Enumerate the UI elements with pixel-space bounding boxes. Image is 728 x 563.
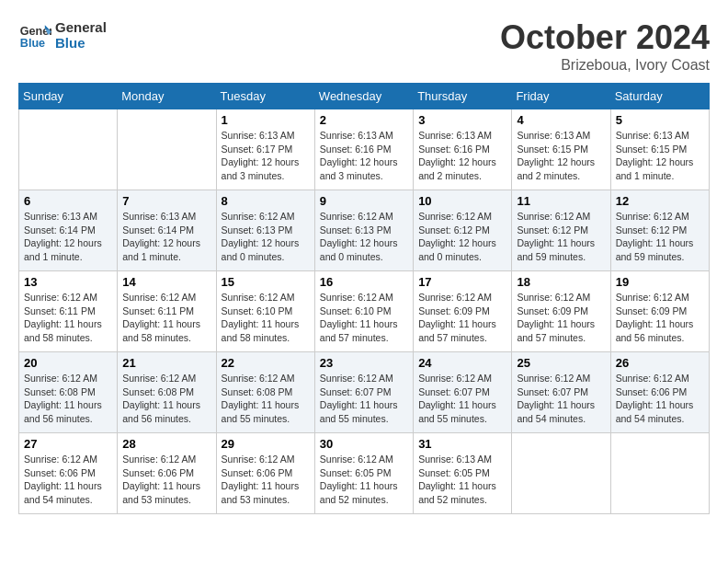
day-cell: 7Sunrise: 6:13 AM Sunset: 6:14 PM Daylig… — [118, 190, 216, 271]
day-info: Sunrise: 6:12 AM Sunset: 6:12 PM Dayligh… — [517, 210, 605, 264]
day-number: 10 — [418, 194, 506, 208]
day-cell: 24Sunrise: 6:12 AM Sunset: 6:07 PM Dayli… — [414, 352, 512, 433]
day-number: 3 — [418, 113, 506, 127]
day-number: 13 — [24, 275, 112, 289]
day-info: Sunrise: 6:12 AM Sunset: 6:08 PM Dayligh… — [222, 372, 310, 426]
col-header-sunday: Sunday — [19, 84, 118, 109]
day-info: Sunrise: 6:13 AM Sunset: 6:17 PM Dayligh… — [222, 129, 310, 183]
logo-general: General — [55, 19, 107, 35]
day-cell: 13Sunrise: 6:12 AM Sunset: 6:11 PM Dayli… — [19, 271, 118, 352]
day-number: 15 — [222, 275, 310, 289]
svg-text:Blue: Blue — [20, 37, 45, 50]
day-cell: 17Sunrise: 6:12 AM Sunset: 6:09 PM Dayli… — [414, 271, 512, 352]
title-area: October 2024 Brizeboua, Ivory Coast — [500, 18, 710, 74]
day-info: Sunrise: 6:12 AM Sunset: 6:09 PM Dayligh… — [517, 291, 605, 345]
day-number: 28 — [122, 437, 210, 451]
col-header-friday: Friday — [512, 84, 610, 109]
day-info: Sunrise: 6:13 AM Sunset: 6:15 PM Dayligh… — [616, 129, 704, 183]
day-info: Sunrise: 6:12 AM Sunset: 6:11 PM Dayligh… — [24, 291, 112, 345]
day-info: Sunrise: 6:13 AM Sunset: 6:16 PM Dayligh… — [320, 129, 408, 183]
day-cell: 27Sunrise: 6:12 AM Sunset: 6:06 PM Dayli… — [19, 433, 118, 514]
day-number: 14 — [122, 275, 210, 289]
day-number: 19 — [616, 275, 704, 289]
day-info: Sunrise: 6:12 AM Sunset: 6:10 PM Dayligh… — [222, 291, 310, 345]
day-cell — [512, 433, 610, 514]
week-row-3: 13Sunrise: 6:12 AM Sunset: 6:11 PM Dayli… — [19, 271, 710, 352]
header: General Blue General Blue October 2024 B… — [18, 18, 710, 74]
day-info: Sunrise: 6:12 AM Sunset: 6:12 PM Dayligh… — [418, 210, 506, 264]
day-info: Sunrise: 6:12 AM Sunset: 6:08 PM Dayligh… — [122, 372, 210, 426]
location-subtitle: Brizeboua, Ivory Coast — [500, 57, 710, 74]
day-number: 8 — [222, 194, 310, 208]
day-info: Sunrise: 6:13 AM Sunset: 6:16 PM Dayligh… — [418, 129, 506, 183]
logo: General Blue General Blue — [18, 18, 107, 52]
day-cell — [118, 109, 216, 190]
day-info: Sunrise: 6:12 AM Sunset: 6:07 PM Dayligh… — [418, 372, 506, 426]
day-cell: 2Sunrise: 6:13 AM Sunset: 6:16 PM Daylig… — [314, 109, 413, 190]
day-info: Sunrise: 6:12 AM Sunset: 6:06 PM Dayligh… — [222, 453, 310, 507]
col-header-wednesday: Wednesday — [314, 84, 413, 109]
day-info: Sunrise: 6:12 AM Sunset: 6:06 PM Dayligh… — [616, 372, 704, 426]
day-number: 16 — [320, 275, 408, 289]
day-cell: 31Sunrise: 6:13 AM Sunset: 6:05 PM Dayli… — [414, 433, 512, 514]
logo-icon: General Blue — [18, 18, 51, 52]
day-cell: 1Sunrise: 6:13 AM Sunset: 6:17 PM Daylig… — [216, 109, 314, 190]
week-row-5: 27Sunrise: 6:12 AM Sunset: 6:06 PM Dayli… — [19, 433, 710, 514]
day-number: 26 — [616, 356, 704, 370]
day-cell: 11Sunrise: 6:12 AM Sunset: 6:12 PM Dayli… — [512, 190, 610, 271]
col-header-monday: Monday — [118, 84, 216, 109]
col-header-thursday: Thursday — [414, 84, 512, 109]
day-cell: 12Sunrise: 6:12 AM Sunset: 6:12 PM Dayli… — [610, 190, 709, 271]
col-header-tuesday: Tuesday — [216, 84, 314, 109]
day-cell: 23Sunrise: 6:12 AM Sunset: 6:07 PM Dayli… — [314, 352, 413, 433]
day-cell: 29Sunrise: 6:12 AM Sunset: 6:06 PM Dayli… — [216, 433, 314, 514]
day-number: 23 — [320, 356, 408, 370]
day-cell: 22Sunrise: 6:12 AM Sunset: 6:08 PM Dayli… — [216, 352, 314, 433]
day-number: 31 — [418, 437, 506, 451]
day-cell: 14Sunrise: 6:12 AM Sunset: 6:11 PM Dayli… — [118, 271, 216, 352]
day-info: Sunrise: 6:13 AM Sunset: 6:14 PM Dayligh… — [122, 210, 210, 264]
day-cell: 21Sunrise: 6:12 AM Sunset: 6:08 PM Dayli… — [118, 352, 216, 433]
day-info: Sunrise: 6:13 AM Sunset: 6:05 PM Dayligh… — [418, 453, 506, 507]
day-number: 17 — [418, 275, 506, 289]
day-info: Sunrise: 6:12 AM Sunset: 6:05 PM Dayligh… — [320, 453, 408, 507]
day-cell — [610, 433, 709, 514]
day-cell: 19Sunrise: 6:12 AM Sunset: 6:09 PM Dayli… — [610, 271, 709, 352]
logo-blue: Blue — [55, 35, 107, 51]
day-info: Sunrise: 6:12 AM Sunset: 6:06 PM Dayligh… — [24, 453, 112, 507]
day-number: 7 — [122, 194, 210, 208]
day-number: 12 — [616, 194, 704, 208]
day-cell: 8Sunrise: 6:12 AM Sunset: 6:13 PM Daylig… — [216, 190, 314, 271]
day-cell: 15Sunrise: 6:12 AM Sunset: 6:10 PM Dayli… — [216, 271, 314, 352]
day-info: Sunrise: 6:12 AM Sunset: 6:08 PM Dayligh… — [24, 372, 112, 426]
col-header-saturday: Saturday — [610, 84, 709, 109]
day-cell: 10Sunrise: 6:12 AM Sunset: 6:12 PM Dayli… — [414, 190, 512, 271]
day-number: 20 — [24, 356, 112, 370]
day-cell: 28Sunrise: 6:12 AM Sunset: 6:06 PM Dayli… — [118, 433, 216, 514]
week-row-4: 20Sunrise: 6:12 AM Sunset: 6:08 PM Dayli… — [19, 352, 710, 433]
week-row-1: 1Sunrise: 6:13 AM Sunset: 6:17 PM Daylig… — [19, 109, 710, 190]
week-row-2: 6Sunrise: 6:13 AM Sunset: 6:14 PM Daylig… — [19, 190, 710, 271]
day-info: Sunrise: 6:12 AM Sunset: 6:09 PM Dayligh… — [418, 291, 506, 345]
day-number: 18 — [517, 275, 605, 289]
day-info: Sunrise: 6:13 AM Sunset: 6:14 PM Dayligh… — [24, 210, 112, 264]
day-number: 22 — [222, 356, 310, 370]
day-info: Sunrise: 6:12 AM Sunset: 6:07 PM Dayligh… — [320, 372, 408, 426]
day-number: 21 — [122, 356, 210, 370]
day-number: 6 — [24, 194, 112, 208]
day-info: Sunrise: 6:12 AM Sunset: 6:13 PM Dayligh… — [320, 210, 408, 264]
day-cell: 6Sunrise: 6:13 AM Sunset: 6:14 PM Daylig… — [19, 190, 118, 271]
day-info: Sunrise: 6:12 AM Sunset: 6:10 PM Dayligh… — [320, 291, 408, 345]
day-cell — [19, 109, 118, 190]
day-number: 29 — [222, 437, 310, 451]
header-row: SundayMondayTuesdayWednesdayThursdayFrid… — [19, 84, 710, 109]
day-number: 11 — [517, 194, 605, 208]
day-cell: 5Sunrise: 6:13 AM Sunset: 6:15 PM Daylig… — [610, 109, 709, 190]
day-cell: 20Sunrise: 6:12 AM Sunset: 6:08 PM Dayli… — [19, 352, 118, 433]
day-cell: 9Sunrise: 6:12 AM Sunset: 6:13 PM Daylig… — [314, 190, 413, 271]
day-info: Sunrise: 6:13 AM Sunset: 6:15 PM Dayligh… — [517, 129, 605, 183]
day-number: 27 — [24, 437, 112, 451]
day-cell: 18Sunrise: 6:12 AM Sunset: 6:09 PM Dayli… — [512, 271, 610, 352]
day-cell: 26Sunrise: 6:12 AM Sunset: 6:06 PM Dayli… — [610, 352, 709, 433]
day-number: 5 — [616, 113, 704, 127]
